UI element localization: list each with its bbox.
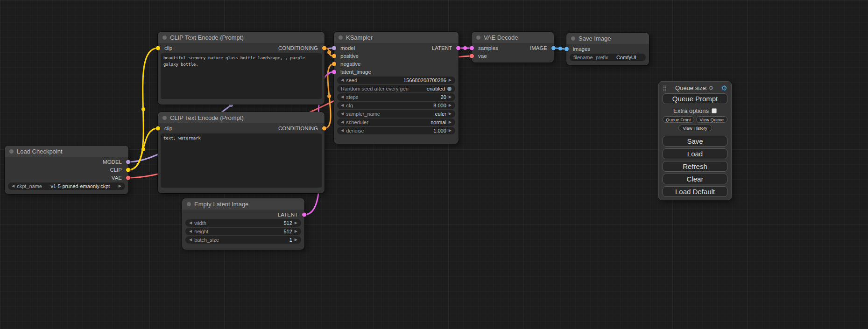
widget-value: 1.000 xyxy=(433,128,446,133)
widget-ckpt-name[interactable]: ◀ ckpt_name v1-5-pruned-emaonly.ckpt ▶ xyxy=(8,182,125,190)
output-slot-image[interactable] xyxy=(551,46,556,50)
extra-options-label: Extra options xyxy=(673,107,709,114)
clear-button[interactable]: Clear xyxy=(663,174,727,184)
collapse-dot-icon[interactable] xyxy=(476,35,480,40)
arrow-right-icon[interactable]: ▶ xyxy=(449,93,452,101)
arrow-right-icon[interactable]: ▶ xyxy=(449,102,452,109)
collapse-dot-icon[interactable] xyxy=(571,36,575,41)
arrow-left-icon[interactable]: ◀ xyxy=(189,228,192,235)
load-default-button[interactable]: Load Default xyxy=(663,186,727,197)
collapse-dot-icon[interactable] xyxy=(162,35,167,40)
output-slot-clip[interactable] xyxy=(126,168,130,172)
arrow-left-icon[interactable]: ◀ xyxy=(341,110,344,118)
widget-seed[interactable]: ◀ seed 156680208700286 ▶ xyxy=(337,77,455,84)
output-slot-label-latent: LATENT xyxy=(432,45,452,51)
arrow-right-icon[interactable]: ▶ xyxy=(119,182,121,190)
arrow-right-icon[interactable]: ▶ xyxy=(295,236,297,244)
save-button[interactable]: Save xyxy=(663,136,727,147)
arrow-right-icon[interactable]: ▶ xyxy=(449,110,452,118)
node-load-checkpoint[interactable]: Load Checkpoint MODEL CLIP VAE ◀ ckpt_na… xyxy=(5,146,128,194)
input-slot-samples[interactable] xyxy=(470,46,474,50)
node-title-bar[interactable]: Load Checkpoint xyxy=(5,146,128,157)
input-slot-negative[interactable] xyxy=(332,62,336,66)
extra-options-row: Extra options xyxy=(663,107,727,114)
toggle-dot-icon[interactable] xyxy=(447,87,452,91)
link-dot-latent-sampler xyxy=(463,46,467,50)
slot-row: model LATENT xyxy=(334,44,459,52)
input-slot-positive[interactable] xyxy=(332,54,336,58)
arrow-left-icon[interactable]: ◀ xyxy=(341,102,344,109)
collapse-dot-icon[interactable] xyxy=(9,149,14,154)
output-slot-conditioning[interactable] xyxy=(322,126,326,130)
queue-front-button[interactable]: Queue Front xyxy=(663,116,694,123)
node-ksampler[interactable]: KSampler model LATENT positive negative … xyxy=(334,32,459,144)
slot-row: VAE xyxy=(5,174,128,182)
queue-panel: ⣿ Queue size: 0 ⚙ Queue Prompt Extra opt… xyxy=(658,81,732,200)
arrow-left-icon[interactable]: ◀ xyxy=(341,93,344,101)
arrow-left-icon[interactable]: ◀ xyxy=(341,77,344,84)
node-title-bar[interactable]: VAE Decode xyxy=(472,32,554,43)
queue-prompt-button[interactable]: Queue Prompt xyxy=(663,93,727,104)
node-title-bar[interactable]: CLIP Text Encode (Prompt) xyxy=(158,32,325,43)
widget-scheduler[interactable]: ◀ scheduler normal ▶ xyxy=(337,119,455,126)
drag-handle-icon[interactable]: ⣿ xyxy=(663,85,667,91)
node-empty-latent-image[interactable]: Empty Latent Image LATENT ◀ width 512 ▶ … xyxy=(182,198,304,250)
arrow-left-icon[interactable]: ◀ xyxy=(341,127,344,134)
node-title-bar[interactable]: CLIP Text Encode (Prompt) xyxy=(158,112,325,123)
widget-batch-size[interactable]: ◀ batch_size 1 ▶ xyxy=(185,236,301,244)
prompt-textarea[interactable]: text, watermark xyxy=(161,133,322,188)
arrow-right-icon[interactable]: ▶ xyxy=(449,127,452,134)
input-slot-images[interactable] xyxy=(565,47,569,51)
node-clip-text-encode-negative[interactable]: CLIP Text Encode (Prompt) clip CONDITION… xyxy=(158,112,325,193)
arrow-right-icon[interactable]: ▶ xyxy=(295,219,297,227)
output-slot-model[interactable] xyxy=(126,160,130,164)
link-dot-clip-positive xyxy=(141,107,145,111)
arrow-left-icon[interactable]: ◀ xyxy=(12,182,14,190)
node-title-bar[interactable]: KSampler xyxy=(334,32,459,43)
load-button[interactable]: Load xyxy=(663,148,727,159)
arrow-left-icon[interactable]: ◀ xyxy=(189,236,192,244)
input-slot-latent-image[interactable] xyxy=(332,70,336,74)
settings-gear-icon[interactable]: ⚙ xyxy=(721,84,727,91)
collapse-dot-icon[interactable] xyxy=(162,116,167,120)
widget-value: 1 xyxy=(289,237,292,243)
node-save-image[interactable]: Save Image images filename_prefix ComfyU… xyxy=(566,33,649,65)
input-slot-vae[interactable] xyxy=(470,54,474,58)
arrow-right-icon[interactable]: ▶ xyxy=(449,119,452,126)
widget-value: ComfyUI xyxy=(616,55,636,60)
refresh-button[interactable]: Refresh xyxy=(663,161,727,172)
view-history-button[interactable]: View History xyxy=(678,125,712,131)
widget-width[interactable]: ◀ width 512 ▶ xyxy=(185,219,301,227)
node-clip-text-encode-positive[interactable]: CLIP Text Encode (Prompt) clip CONDITION… xyxy=(158,32,325,105)
output-slot-latent[interactable] xyxy=(302,212,306,217)
output-slot-latent[interactable] xyxy=(456,46,460,50)
widget-height[interactable]: ◀ height 512 ▶ xyxy=(185,228,301,235)
arrow-left-icon[interactable]: ◀ xyxy=(189,219,192,227)
extra-options-checkbox[interactable] xyxy=(712,108,717,113)
node-title-bar[interactable]: Save Image xyxy=(566,33,649,44)
node-graph-canvas[interactable]: Load Checkpoint MODEL CLIP VAE ◀ ckpt_na… xyxy=(0,0,868,329)
node-vae-decode[interactable]: VAE Decode samples IMAGE vae xyxy=(472,32,554,63)
input-slot-clip[interactable] xyxy=(156,46,160,50)
widget-filename-prefix[interactable]: filename_prefix ComfyUI xyxy=(570,54,646,61)
widget-denoise[interactable]: ◀ denoise 1.000 ▶ xyxy=(337,127,455,134)
widget-cfg[interactable]: ◀ cfg 8.000 ▶ xyxy=(337,102,455,109)
widget-random-seed-toggle[interactable]: Random seed after every gen enabled xyxy=(337,85,455,92)
output-slot-vae[interactable] xyxy=(126,175,130,180)
input-slot-clip[interactable] xyxy=(156,126,160,130)
node-title-bar[interactable]: Empty Latent Image xyxy=(182,198,304,210)
input-slot-model[interactable] xyxy=(332,46,336,50)
prompt-textarea[interactable]: beautiful scenery nature glass bottle la… xyxy=(161,53,322,99)
widget-sampler-name[interactable]: ◀ sampler_name euler ▶ xyxy=(337,110,455,118)
queue-small-buttons-row: Queue Front View Queue xyxy=(663,116,727,123)
collapse-dot-icon[interactable] xyxy=(339,35,343,40)
widget-steps[interactable]: ◀ steps 20 ▶ xyxy=(337,93,455,101)
widget-name: steps xyxy=(346,94,358,100)
view-queue-button[interactable]: View Queue xyxy=(696,116,728,123)
output-slot-conditioning[interactable] xyxy=(322,46,326,50)
arrow-left-icon[interactable]: ◀ xyxy=(341,119,344,126)
arrow-right-icon[interactable]: ▶ xyxy=(449,77,452,84)
output-slot-label-vae: VAE xyxy=(112,175,122,181)
collapse-dot-icon[interactable] xyxy=(187,202,191,206)
arrow-right-icon[interactable]: ▶ xyxy=(295,228,297,235)
